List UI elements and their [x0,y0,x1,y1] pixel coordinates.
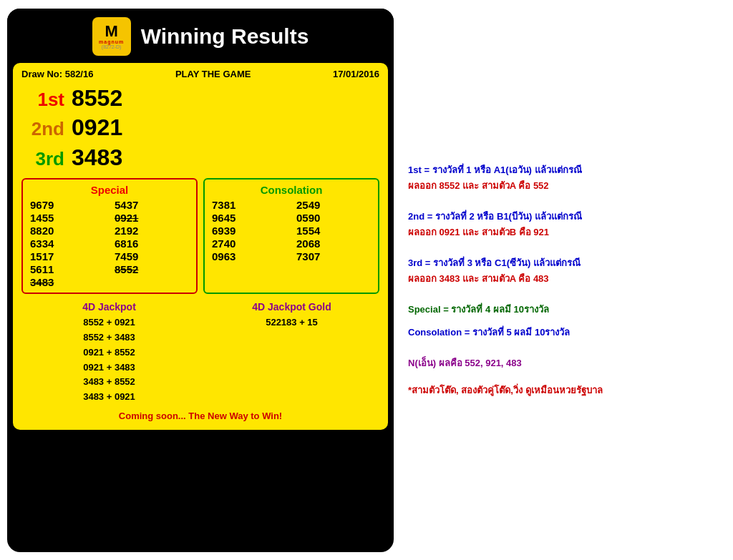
ann-3rd-section: 3rd = รางวัลที่ 3 หรือ C1(ซีวัน) แล้วแต่… [408,256,719,287]
jc-6: 3483 + 0921 [21,390,197,405]
ann-line2: ผลออก 8552 และ สามตัวA คือ 552 [408,179,719,193]
sp-3: 1455 [30,212,105,224]
page-title: Winning Results [141,24,309,49]
second-rank-label: 2nd [21,117,64,142]
ann-line1: 1st = รางวัลที่ 1 หรือ A1(เอวัน) แล้วแต่… [408,163,719,177]
special-box: Special 9679 5437 1455 0921 8820 2192 63… [21,178,198,294]
jackpot-combinations: 8552 + 0921 8552 + 3483 0921 + 8552 0921… [21,315,197,405]
jc-5: 3483 + 8552 [21,375,197,390]
cs-5: 6939 [212,225,286,237]
card-body: Draw No: 582/16 PLAY THE GAME 17/01/2016… [13,63,388,431]
sp-10: 7459 [115,250,189,262]
special-numbers: 9679 5437 1455 0921 8820 2192 6334 6816 … [30,199,189,288]
draw-number: Draw No: 582/16 [21,69,93,79]
consolation-title: Consolation [212,184,371,196]
jackpot-gold: 4D Jackpot Gold 522183 + 15 [204,301,379,405]
ann-line5: 3rd = รางวัลที่ 3 หรือ C1(ซีวัน) แล้วแต่… [408,256,719,270]
third-rank-number: 3483 [72,143,122,173]
first-rank-number: 8552 [72,84,122,114]
sp-14 [115,276,189,288]
ann-line9: N(เอ็น) ผลคือ 552, 921, 483 [408,356,719,370]
consolation-box: Consolation 7381 2549 9645 0590 6939 155… [203,178,379,294]
cs-4: 0590 [296,212,371,224]
magnum-logo: M magnum (8272-D) [92,17,131,56]
first-rank-label: 1st [21,88,64,112]
jackpot-section: 4D Jackpot 8552 + 0921 8552 + 3483 0921 … [21,301,379,405]
third-rank-label: 3rd [21,147,64,172]
logo-sub-text: (8272-D) [102,44,122,49]
card-header: M magnum (8272-D) Winning Results [7,9,394,63]
cs-8: 2068 [296,237,371,250]
sp-13: 3483 [30,276,105,288]
ann-2nd-section: 2nd = รางวัลที่ 2 หรือ B1(บีวัน) แล้วแต่… [408,210,719,240]
logo-magnum-text: magnum [99,39,124,44]
sp-7: 6334 [30,237,105,250]
main-results: 1st 8552 2nd 0921 3rd 3483 [21,84,379,173]
sp-5: 8820 [30,225,105,237]
sp-1: 9679 [30,199,105,211]
ann-n-section: N(เอ็น) ผลคือ 552, 921, 483 [408,356,719,372]
lottery-card: M magnum (8272-D) Winning Results Draw N… [7,9,394,552]
coming-soon-text: Coming soon... The New Way to Win! [21,411,379,421]
sp-6: 2192 [115,225,189,237]
jackpot-title: 4D Jackpot [21,301,197,313]
jc-3: 0921 + 8552 [21,345,197,360]
ann-line4: ผลออก 0921 และ สามตัวB คือ 921 [408,225,719,240]
special-consolation-section: Special 9679 5437 1455 0921 8820 2192 63… [21,178,379,294]
ann-1st-section: 1st = รางวัลที่ 1 หรือ A1(เอวัน) แล้วแต่… [408,163,719,194]
second-place-row: 2nd 0921 [21,113,379,143]
cs-6: 1554 [296,225,371,237]
ann-line6: ผลออก 3483 และ สามตัวA คือ 483 [408,272,719,286]
ann-special-section: Special = รางวัลที่ 4 ผลมี 10รางวัล [408,303,719,318]
play-label: PLAY THE GAME [175,69,251,79]
logo-m-letter: M [105,24,117,39]
consolation-numbers: 7381 2549 9645 0590 6939 1554 2740 2068 … [212,199,371,262]
second-rank-number: 0921 [72,113,122,143]
jackpot-gold-title: 4D Jackpot Gold [204,301,379,313]
first-place-row: 1st 8552 [21,84,379,114]
sp-4: 0921 [115,212,189,224]
sp-2: 5437 [115,199,189,211]
jc-4: 0921 + 3483 [21,360,197,375]
annotations-panel: 1st = รางวัลที่ 1 หรือ A1(เอวัน) แล้วแต่… [394,163,726,397]
ann-line8: Consolation = รางวัลที่ 5 ผลมี 10รางวัล [408,325,719,340]
cs-7: 2740 [212,237,286,250]
ann-consolation-section: Consolation = รางวัลที่ 5 ผลมี 10รางวัล [408,325,719,341]
ann-bottom: *สามตัวโต๊ด, สองตัวคู่โต๊ด,วิ่ง ดูเหมือน… [408,383,719,398]
sp-9: 1517 [30,250,105,262]
third-place-row: 3rd 3483 [21,143,379,173]
special-title: Special [30,184,189,196]
cs-1: 7381 [212,199,286,211]
jc-1: 8552 + 0921 [21,315,197,330]
cs-2: 2549 [296,199,371,211]
draw-info: Draw No: 582/16 PLAY THE GAME 17/01/2016 [21,69,379,79]
cs-10: 7307 [296,250,371,262]
ann-line7: Special = รางวัลที่ 4 ผลมี 10รางวัล [408,303,719,317]
ann-line3: 2nd = รางวัลที่ 2 หรือ B1(บีวัน) แล้วแต่… [408,210,719,224]
sp-11: 5611 [30,263,105,275]
jc-2: 8552 + 3483 [21,330,197,345]
cs-3: 9645 [212,212,286,224]
sp-8: 6816 [115,237,189,250]
jackpot-gold-value: 522183 + 15 [204,315,379,330]
sp-12: 8552 [115,263,189,275]
cs-9: 0963 [212,250,286,262]
jackpot-4d: 4D Jackpot 8552 + 0921 8552 + 3483 0921 … [21,301,197,405]
draw-date: 17/01/2016 [333,69,379,79]
